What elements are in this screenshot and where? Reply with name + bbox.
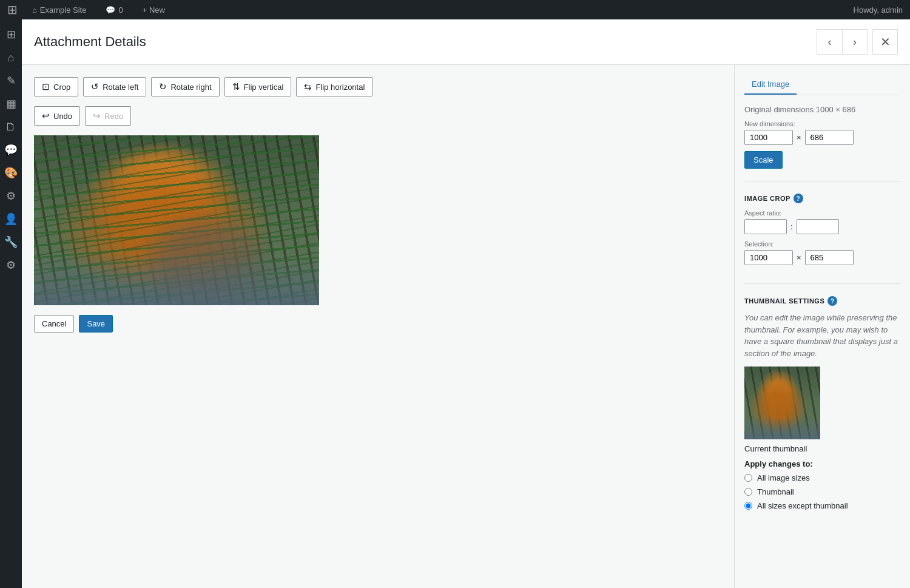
radio-thumbnail[interactable]: Thumbnail (744, 487, 900, 496)
sidebar-item-pages[interactable]: 🗋 (0, 117, 22, 137)
radio-except-thumbnail-input[interactable] (744, 502, 752, 510)
wp-logo-icon: ⊞ (7, 2, 18, 17)
modal-nav-buttons: ‹ › (817, 29, 868, 55)
new-height-input[interactable] (805, 130, 854, 145)
modal-prev-button[interactable]: ‹ (817, 29, 842, 55)
panel-top-nav: Edit Image (744, 75, 900, 95)
modal-body: ⊡ Crop ↺ Rotate left ↻ Rotate right ⇅ Fl… (22, 65, 910, 588)
aspect-ratio-row: : (744, 219, 900, 234)
new-dimensions-row: × (744, 130, 900, 145)
selection-width-input[interactable] (744, 250, 793, 265)
new-width-input[interactable] (744, 130, 793, 145)
dimension-x-separator: × (797, 133, 801, 142)
selection-x-separator: × (797, 253, 801, 262)
thumbnail-image-wrap (744, 367, 900, 439)
attachment-details-modal: Attachment Details ‹ › ✕ ⊡ Crop ↺ (22, 19, 910, 588)
image-crop-section: IMAGE CROP ? Aspect ratio: : Selection: … (744, 194, 900, 284)
comment-icon: 💬 (106, 5, 115, 15)
sidebar-item-media[interactable]: ▦ (0, 93, 22, 114)
aspect-colon-separator: : (790, 222, 793, 231)
crop-button[interactable]: ⊡ Crop (34, 77, 78, 96)
editor-toolbar-undo-redo: ↩ Undo ↪ Redo (34, 106, 722, 126)
image-preview (34, 135, 722, 305)
image-canvas[interactable] (34, 135, 319, 305)
edit-image-tab[interactable]: Edit Image (744, 75, 797, 95)
modal-next-button[interactable]: › (842, 29, 868, 55)
rotate-left-icon: ↺ (91, 81, 99, 92)
new-dimensions-label: New dimensions: (744, 120, 900, 127)
redo-button[interactable]: ↪ Redo (85, 106, 131, 126)
radio-all-sizes-label: All image sizes (757, 473, 810, 482)
sidebar-item-settings[interactable]: ⚙ (0, 255, 22, 275)
apply-changes-label: Apply changes to: (744, 459, 900, 468)
site-name-link[interactable]: ⌂ Example Site (27, 0, 91, 19)
thumbnail-settings-section: THUMBNAIL SETTINGS ? You can edit the im… (744, 296, 900, 527)
flip-vertical-button[interactable]: ⇅ Flip vertical (224, 77, 292, 96)
selection-height-input[interactable] (805, 250, 854, 265)
sidebar-item-plugins[interactable]: ⚙ (0, 186, 22, 206)
redo-icon: ↪ (93, 110, 101, 121)
rotate-right-button[interactable]: ↻ Rotate right (151, 77, 219, 96)
crop-icon: ⊡ (42, 81, 50, 92)
thumbnail-settings-help-icon[interactable]: ? (827, 296, 837, 306)
undo-button[interactable]: ↩ Undo (34, 106, 80, 126)
sidebar-item-comments[interactable]: 💬 (0, 140, 22, 160)
modal-title: Attachment Details (34, 34, 817, 50)
radio-thumbnail-label: Thumbnail (757, 487, 794, 496)
rotate-left-button[interactable]: ↺ Rotate left (83, 77, 146, 96)
cancel-button[interactable]: Cancel (34, 315, 74, 333)
save-button[interactable]: Save (79, 315, 113, 333)
sidebar-item-wp-logo[interactable]: ⊞ (0, 24, 22, 45)
selection-label: Selection: (744, 240, 900, 248)
flip-vertical-icon: ⇅ (232, 81, 240, 92)
right-panel: Edit Image Original dimensions 1000 × 68… (734, 65, 910, 588)
home-icon: ⌂ (32, 5, 37, 15)
action-buttons: Cancel Save (34, 315, 722, 333)
modal-overlay: Attachment Details ‹ › ✕ ⊡ Crop ↺ (22, 19, 910, 588)
selection-row: × (744, 250, 900, 265)
sidebar-item-posts[interactable]: ✎ (0, 70, 22, 91)
thumbnail-settings-title: THUMBNAIL SETTINGS ? (744, 296, 900, 306)
comments-link[interactable]: 💬 0 (101, 0, 127, 19)
editor-area: ⊡ Crop ↺ Rotate left ↻ Rotate right ⇅ Fl… (22, 65, 734, 588)
image-crop-help-icon[interactable]: ? (794, 194, 803, 203)
scale-section: Original dimensions 1000 × 686 New dimen… (744, 105, 900, 181)
admin-bar: ⊞ ⌂ Example Site 💬 0 + New Howdy, admin (0, 0, 910, 19)
original-dimensions: Original dimensions 1000 × 686 (744, 105, 900, 114)
editor-toolbar: ⊡ Crop ↺ Rotate left ↻ Rotate right ⇅ Fl… (34, 77, 722, 96)
thumbnail-help-text: You can edit the image while preserving … (744, 312, 900, 359)
new-content-link[interactable]: + New (138, 0, 170, 19)
admin-sidebar: ⊞ ⌂ ✎ ▦ 🗋 💬 🎨 ⚙ 👤 🔧 ⚙ (0, 19, 22, 588)
sidebar-item-dashboard[interactable]: ⌂ (0, 47, 22, 68)
undo-icon: ↩ (42, 110, 50, 121)
sidebar-item-appearance[interactable]: 🎨 (0, 163, 22, 183)
aspect-ratio-label: Aspect ratio: (744, 209, 900, 217)
sidebar-item-tools[interactable]: 🔧 (0, 232, 22, 252)
radio-except-thumbnail-label: All sizes except thumbnail (757, 501, 848, 510)
radio-all-sizes[interactable]: All image sizes (744, 473, 900, 482)
aspect-width-input[interactable] (744, 219, 787, 234)
aspect-height-input[interactable] (797, 219, 839, 234)
image-crop-title: IMAGE CROP ? (744, 194, 900, 203)
flip-horizontal-button[interactable]: ⇆ Flip horizontal (296, 77, 372, 96)
howdy-text: Howdy, admin (854, 5, 903, 15)
radio-thumbnail-input[interactable] (744, 488, 752, 496)
modal-close-button[interactable]: ✕ (872, 29, 898, 55)
thumbnail-image (744, 367, 820, 439)
flip-horizontal-icon: ⇆ (304, 81, 312, 92)
current-thumbnail-label: Current thumbnail (744, 444, 900, 453)
modal-header: Attachment Details ‹ › ✕ (22, 19, 910, 65)
radio-all-sizes-input[interactable] (744, 474, 752, 482)
scale-button[interactable]: Scale (744, 151, 783, 169)
sidebar-item-users[interactable]: 👤 (0, 209, 22, 229)
rotate-right-icon: ↻ (159, 81, 167, 92)
radio-except-thumbnail[interactable]: All sizes except thumbnail (744, 501, 900, 510)
